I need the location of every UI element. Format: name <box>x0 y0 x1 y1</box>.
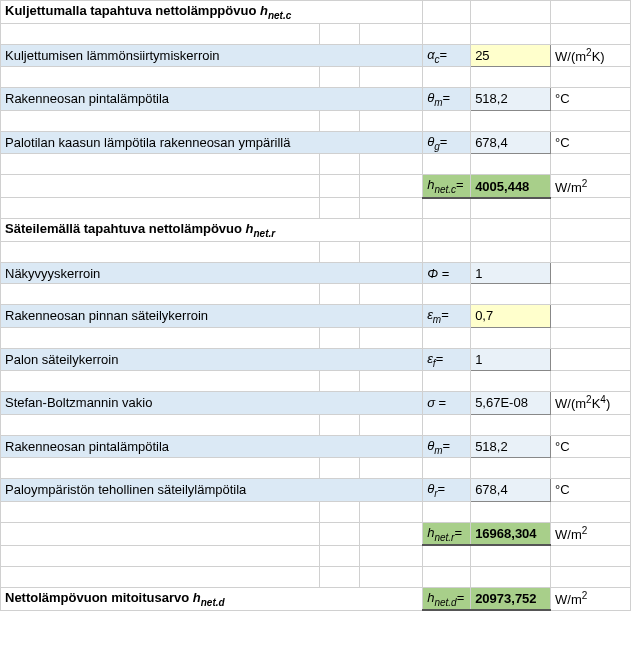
worksheet: Kuljettumalla tapahtuva nettolämppövuo h… <box>0 0 631 611</box>
input-theta-r[interactable]: 678,4 <box>471 479 551 502</box>
symbol-hnetr: hnet.r= <box>423 522 471 545</box>
row-sigma: Stefan-Boltzmannin vakio σ = 5,67E-08 W/… <box>1 392 631 414</box>
unit-phi <box>551 263 631 284</box>
unit-eps-f <box>551 348 631 371</box>
input-sigma[interactable]: 5,67E-08 <box>471 392 551 414</box>
output-hnetc: 4005,448 <box>471 175 551 198</box>
section1-title-sub: net.c <box>268 10 291 21</box>
input-eps-f[interactable]: 1 <box>471 348 551 371</box>
section1-title-sym: h <box>260 3 268 18</box>
label-eps-m: Rakenneosan pinnan säteilykerroin <box>1 305 423 328</box>
label-theta-g: Palotilan kaasun lämpötila rakenneosan y… <box>1 131 423 154</box>
symbol-theta-g: θg= <box>423 131 471 154</box>
row-alpha-c: Kuljettumisen lämmönsiirtymiskerroin αc=… <box>1 44 631 67</box>
section1-header-row: Kuljettumalla tapahtuva nettolämppövuo h… <box>1 1 631 24</box>
unit-alpha-c: W/(m2K) <box>551 44 631 67</box>
symbol-hnetc: hnet.c= <box>423 175 471 198</box>
unit-hnetd: W/m2 <box>551 587 631 610</box>
label-phi: Näkyvyyskerroin <box>1 263 423 284</box>
input-theta-m-2[interactable]: 518,2 <box>471 435 551 458</box>
section3-title-text: Nettolämpövuon mitoitusarvo <box>5 590 193 605</box>
symbol-theta-r: θr= <box>423 479 471 502</box>
row-result-hnetc: hnet.c= 4005,448 W/m2 <box>1 175 631 198</box>
symbol-phi: Φ = <box>423 263 471 284</box>
row-theta-r: Paloympäristön tehollinen säteilylämpöti… <box>1 479 631 502</box>
section2-title-text: Säteilemällä tapahtuva nettolämpövuo <box>5 221 246 236</box>
section3-title-sub: net.d <box>201 597 225 608</box>
input-eps-m[interactable]: 0,7 <box>471 305 551 328</box>
symbol-hnetd: hnet.d= <box>423 587 471 610</box>
symbol-sigma: σ = <box>423 392 471 414</box>
label-eps-f: Palon säteilykerroin <box>1 348 423 371</box>
label-theta-m-1: Rakenneosan pintalämpötila <box>1 88 423 111</box>
label-theta-m-2: Rakenneosan pintalämpötila <box>1 435 423 458</box>
input-theta-g[interactable]: 678,4 <box>471 131 551 154</box>
unit-theta-r: °C <box>551 479 631 502</box>
row-result-hnetr: hnet.r= 16968,304 W/m2 <box>1 522 631 545</box>
label-alpha-c: Kuljettumisen lämmönsiirtymiskerroin <box>1 44 423 67</box>
row-eps-f: Palon säteilykerroin εf= 1 <box>1 348 631 371</box>
input-phi[interactable]: 1 <box>471 263 551 284</box>
row-theta-m-1: Rakenneosan pintalämpötila θm= 518,2 °C <box>1 88 631 111</box>
unit-sigma: W/(m2K4) <box>551 392 631 414</box>
unit-theta-m-2: °C <box>551 435 631 458</box>
row-eps-m: Rakenneosan pinnan säteilykerroin εm= 0,… <box>1 305 631 328</box>
input-alpha-c[interactable]: 25 <box>471 44 551 67</box>
row-theta-m-2: Rakenneosan pintalämpötila θm= 518,2 °C <box>1 435 631 458</box>
unit-hnetr: W/m2 <box>551 522 631 545</box>
input-theta-m-1[interactable]: 518,2 <box>471 88 551 111</box>
symbol-eps-f: εf= <box>423 348 471 371</box>
label-theta-r: Paloympäristön tehollinen säteilylämpöti… <box>1 479 423 502</box>
symbol-alpha-c: αc= <box>423 44 471 67</box>
section1-title-text: Kuljettumalla tapahtuva nettolämppövuo <box>5 3 260 18</box>
section2-title-sub: net.r <box>254 228 276 239</box>
output-hnetd: 20973,752 <box>471 587 551 610</box>
unit-theta-g: °C <box>551 131 631 154</box>
unit-theta-m-1: °C <box>551 88 631 111</box>
section3-row: Nettolämpövuon mitoitusarvo hnet.d hnet.… <box>1 587 631 610</box>
symbol-eps-m: εm= <box>423 305 471 328</box>
output-hnetr: 16968,304 <box>471 522 551 545</box>
section2-header-row: Säteilemällä tapahtuva nettolämpövuo hne… <box>1 219 631 242</box>
row-phi: Näkyvyyskerroin Φ = 1 <box>1 263 631 284</box>
section1-title: Kuljettumalla tapahtuva nettolämppövuo h… <box>1 1 423 24</box>
section2-title-sym: h <box>246 221 254 236</box>
unit-eps-m <box>551 305 631 328</box>
row-theta-g: Palotilan kaasun lämpötila rakenneosan y… <box>1 131 631 154</box>
symbol-theta-m-1: θm= <box>423 88 471 111</box>
section3-title: Nettolämpövuon mitoitusarvo hnet.d <box>1 587 423 610</box>
section3-title-sym: h <box>193 590 201 605</box>
symbol-theta-m-2: θm= <box>423 435 471 458</box>
section2-title: Säteilemällä tapahtuva nettolämpövuo hne… <box>1 219 423 242</box>
unit-hnetc: W/m2 <box>551 175 631 198</box>
label-sigma: Stefan-Boltzmannin vakio <box>1 392 423 414</box>
